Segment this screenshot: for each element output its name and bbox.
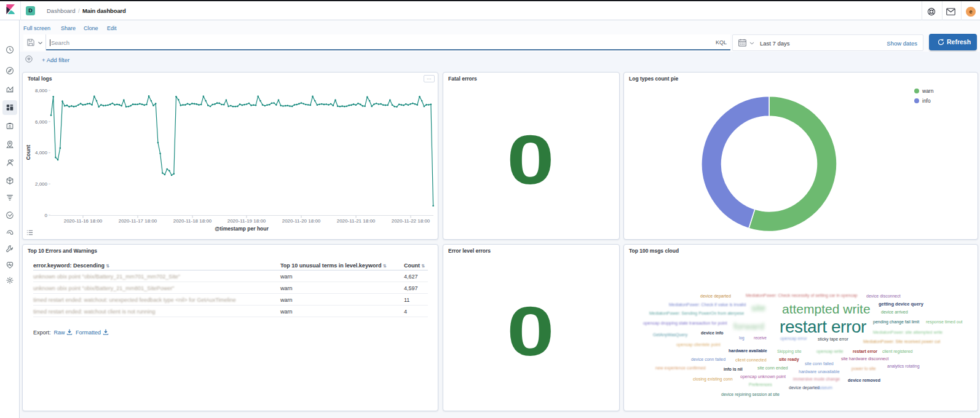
svg-text:@timestamp per hour: @timestamp per hour <box>215 226 269 232</box>
svg-text:2020-11-21 18:00: 2020-11-21 18:00 <box>337 218 376 224</box>
svg-text:0: 0 <box>45 213 48 218</box>
svg-text:6,000: 6,000 <box>35 119 48 125</box>
svg-text:Count: Count <box>25 145 31 160</box>
svg-text:2020-11-16 18:00: 2020-11-16 18:00 <box>64 218 103 224</box>
svg-text:8,000: 8,000 <box>35 88 48 93</box>
svg-text:2020-11-19 18:00: 2020-11-19 18:00 <box>227 218 266 224</box>
svg-text:4,000: 4,000 <box>35 150 48 156</box>
svg-text:2020-11-18 18:00: 2020-11-18 18:00 <box>173 218 212 224</box>
svg-text:warn: warn <box>922 88 934 94</box>
svg-text:info: info <box>922 98 931 104</box>
svg-text:2020-11-20 18:00: 2020-11-20 18:00 <box>282 218 321 224</box>
svg-text:2020-11-17 18:00: 2020-11-17 18:00 <box>119 218 157 224</box>
svg-text:2020-11-22 18:00: 2020-11-22 18:00 <box>392 218 430 224</box>
svg-text:2,000: 2,000 <box>35 181 48 187</box>
